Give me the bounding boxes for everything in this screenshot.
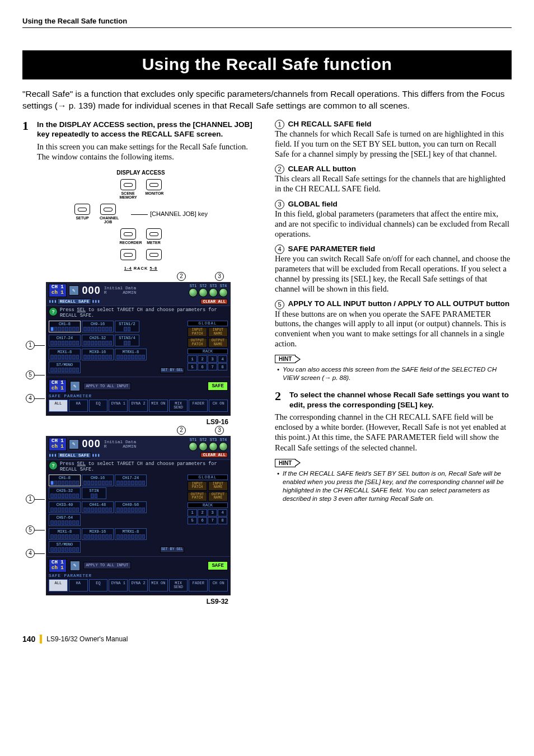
step-number: 2 bbox=[275, 390, 285, 410]
step-body: The corresponding channel in the CH RECA… bbox=[275, 412, 512, 453]
display-access-title: DISPLAY ACCESS bbox=[60, 170, 222, 176]
help-icon: ? bbox=[49, 307, 58, 316]
rack-slot: 4 bbox=[218, 509, 227, 516]
ch-cell: STIN3/4 bbox=[115, 335, 139, 346]
param-button: DYNA 1 bbox=[109, 400, 128, 412]
field-body: Here you can switch Recall Safe on/off f… bbox=[275, 254, 512, 294]
scene-meta: Initial Data R ADMIN bbox=[104, 286, 137, 295]
channel-indicator: CH 1 ch 1 bbox=[49, 438, 67, 451]
param-button: ALL bbox=[49, 579, 68, 591]
param-button: MIX ON bbox=[149, 400, 168, 412]
callout-4-b: 4 bbox=[26, 549, 35, 558]
rack-slot: 2 bbox=[198, 509, 207, 516]
field-head: SAFE PARAMETER field bbox=[288, 245, 376, 253]
rack-grid: 12345678 bbox=[188, 355, 228, 370]
param-button: HA bbox=[69, 579, 88, 591]
da-scene-memory: SCENEMEMORY bbox=[120, 179, 137, 199]
global-input-row: INPUT PATCHINPUT NAME bbox=[188, 481, 228, 491]
rack-slot: 2 bbox=[198, 355, 207, 363]
header-rule bbox=[22, 27, 512, 28]
global-output-row: OUTPUT PATCHOUTPUT NAME bbox=[188, 492, 228, 501]
callout-1-b: 1 bbox=[26, 495, 35, 504]
field-1: 1 CH RECALL SAFE field The channels for … bbox=[275, 120, 512, 159]
safe-param-row: ALLHAEQDYNA 1DYNA 2MIX ONMIX SENDFADERCH… bbox=[46, 398, 230, 413]
rack-slot: 7 bbox=[208, 363, 217, 370]
field-body: This clears all Recall Safe settings for… bbox=[275, 174, 512, 194]
hint-tag: HINT bbox=[275, 459, 296, 467]
ch-cell: ST/MONO bbox=[49, 541, 81, 553]
field-head: APPLY TO ALL INPUT button / APPLY TO ALL… bbox=[288, 299, 510, 308]
channel-job-callout: [CHANNEL JOB] key bbox=[131, 210, 208, 217]
ch-recall-safe-grid: CH1-8CH9-16STIN1/2CH17-24CH25-32STIN3/4M… bbox=[49, 321, 157, 374]
param-button: CH ON bbox=[209, 579, 228, 591]
rack-grid: 12345678 bbox=[188, 509, 228, 524]
apply-to-all-button: APPLY TO ALL INPUT bbox=[83, 562, 132, 569]
scene-meta: Initial Data R ADMIN bbox=[104, 440, 137, 449]
callout-1: 1 bbox=[26, 341, 35, 350]
rack-slot: 8 bbox=[218, 363, 227, 370]
param-button: MIX SEND bbox=[169, 400, 188, 412]
rack-slot: 3 bbox=[208, 355, 217, 363]
step-2: 2 To select the channel whose Recall Saf… bbox=[275, 390, 512, 410]
display-access-figure: DISPLAY ACCESS SCENEMEMORY MONITOR SETUP… bbox=[60, 170, 222, 271]
field-head: GLOBAL field bbox=[288, 200, 338, 208]
safe-button: SAFE bbox=[208, 382, 228, 391]
apply-to-all-button: APPLY TO ALL INPUT bbox=[83, 383, 132, 390]
page-footer: 140 LS9-16/32 Owner's Manual bbox=[22, 635, 512, 644]
global-label: GLOBAL bbox=[188, 321, 228, 326]
rack-label: RACK bbox=[188, 349, 228, 354]
ch-cell: CH17-24 bbox=[115, 475, 147, 486]
scene-number: 000 bbox=[82, 285, 101, 297]
callout-2: 2 bbox=[177, 272, 186, 281]
caption-ls9-32: LS9-32 bbox=[22, 598, 228, 605]
clear-all-button: CLEAR ALL bbox=[200, 452, 228, 458]
caption-ls9-16: LS9-16 bbox=[22, 418, 228, 426]
field-body: The channels for which Recall Safe is tu… bbox=[275, 129, 512, 159]
rack-slot: 7 bbox=[208, 517, 217, 524]
callout-3-b: 3 bbox=[215, 426, 224, 435]
ch-cell: CH9-16 bbox=[82, 475, 114, 486]
ch-cell: CH57-64 bbox=[49, 514, 81, 526]
channel-indicator: CH 1 ch 1 bbox=[49, 284, 67, 297]
callout-5: 5 bbox=[26, 370, 35, 379]
safe-parameter-label: SAFE PARAMETER bbox=[46, 394, 230, 398]
section-title: Using the Recall Safe function bbox=[22, 50, 512, 79]
step-head: To select the channel whose Recall Safe … bbox=[289, 390, 512, 410]
rack-slot: 5 bbox=[188, 517, 197, 524]
rack-slot: 6 bbox=[198, 517, 207, 524]
inline-hint: ? Press SEL to select TARGET CH and choo… bbox=[46, 460, 230, 473]
da-channel-job: CHANNELJOB bbox=[100, 204, 116, 224]
ch-cell: MTRX1-8 bbox=[115, 528, 147, 540]
page-number: 140 bbox=[22, 635, 35, 644]
ch-cell: MIX1-8 bbox=[49, 349, 81, 360]
safe-button: SAFE bbox=[208, 561, 228, 570]
tab-recall-safe: RECALL SAFE bbox=[57, 452, 91, 458]
edit-icon-lower: ✎ bbox=[70, 381, 80, 391]
field-3: 3 GLOBAL field In this field, global par… bbox=[275, 200, 512, 239]
tab-recall-safe: RECALL SAFE bbox=[57, 298, 91, 304]
rack-slot: 4 bbox=[218, 355, 227, 363]
param-button: FADER bbox=[189, 400, 208, 412]
da-setup: SETUP bbox=[74, 204, 91, 220]
ch-cell: STIN1/2 bbox=[115, 321, 139, 332]
ch-cell: CH1-8 bbox=[49, 321, 81, 332]
inline-hint: ? Press SEL to select TARGET CH and choo… bbox=[46, 306, 230, 320]
field-head: CH RECALL SAFE field bbox=[288, 120, 372, 128]
global-label: GLOBAL bbox=[188, 475, 228, 480]
field-5: 5 APPLY TO ALL INPUT button / APPLY TO A… bbox=[275, 299, 512, 349]
ch-cell: MIX9-16 bbox=[82, 349, 114, 360]
channel-indicator-lower: CH 1 ch 1 bbox=[49, 379, 67, 393]
clear-all-button: CLEAR ALL bbox=[200, 299, 228, 304]
param-button: CH ON bbox=[209, 400, 228, 412]
ch-recall-safe-grid: CH1-8CH9-16CH17-24CH25-32STINCH33-40CH41… bbox=[49, 475, 157, 554]
rack-label: RACK bbox=[188, 503, 228, 508]
param-button: ALL bbox=[49, 400, 68, 412]
ch-cell: MIX9-16 bbox=[82, 528, 114, 540]
param-button: EQ bbox=[89, 400, 108, 412]
param-button: FADER bbox=[189, 579, 208, 591]
callout-2-b: 2 bbox=[177, 426, 186, 435]
ch-cell: CH17-24 bbox=[49, 335, 81, 346]
footer-bar-icon bbox=[40, 635, 42, 644]
da-recorder: RECORDER bbox=[120, 228, 137, 245]
ch-cell: CH25-32 bbox=[49, 487, 81, 499]
